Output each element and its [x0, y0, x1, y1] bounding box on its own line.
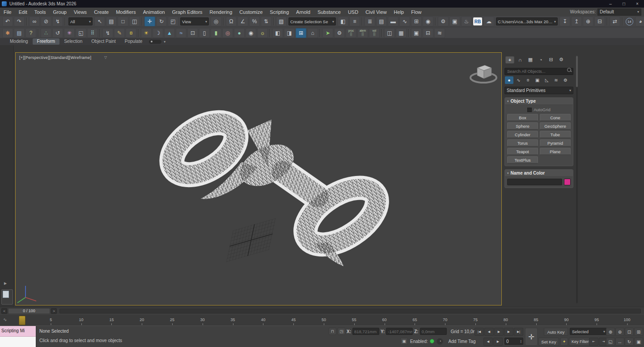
key-step-back-icon[interactable]: ⇤ [589, 338, 598, 346]
y-coordinate-field[interactable]: -1407,087mm [386, 328, 413, 335]
bind-to-space-warp-icon[interactable]: ↯ [52, 17, 63, 26]
window-crossing-toggle-icon[interactable]: ◫ [129, 17, 140, 26]
unlink-selection-icon[interactable]: ⊘ [41, 17, 51, 26]
mirror-icon[interactable]: ◧ [338, 17, 348, 26]
ribbon-tab-object-paint[interactable]: Object Paint [87, 38, 120, 45]
material-editor-icon[interactable]: ◉ [423, 17, 433, 26]
time-slider-handle[interactable] [19, 316, 25, 325]
zoom-all-icon[interactable]: ⊛ [615, 328, 624, 336]
rectangular-selection-region-icon[interactable]: □ [118, 17, 128, 26]
clock-icon[interactable]: ◔ [436, 338, 443, 345]
timeline-tick-70[interactable]: 70 [443, 318, 447, 322]
object-type-cone-button[interactable]: Cone [540, 114, 571, 121]
geometry-category-icon[interactable]: ● [505, 76, 513, 84]
ribbon-tab-modeling[interactable]: Modeling [5, 38, 33, 45]
align-icon[interactable]: ≡ [349, 17, 360, 26]
autogrid-checkbox[interactable] [527, 108, 532, 112]
primitives-dropdown[interactable]: Standard Primitives ▾ [504, 87, 573, 94]
zoom-icon[interactable]: ⊕ [606, 328, 615, 336]
menu-item-group[interactable]: Group [49, 8, 70, 16]
menu-item-scripting[interactable]: Scripting [266, 8, 292, 16]
sphere-icon[interactable]: ● [234, 28, 245, 38]
timeline-tick-10[interactable]: 10 [79, 318, 84, 322]
viewport-label[interactable]: [+][Perspective][Standard][Wireframe] [19, 55, 91, 60]
container-icon[interactable]: ▦ [396, 28, 407, 38]
moon-icon[interactable]: ☽ [153, 28, 163, 38]
key-mode-icon[interactable]: ✦ [560, 338, 568, 346]
timeline-tick-80[interactable]: 80 [504, 318, 508, 322]
animation-toggle-icon[interactable]: ▣ [400, 338, 408, 345]
panel-right-icon[interactable]: ◨ [284, 28, 295, 38]
checklist-icon[interactable]: ▤ [14, 28, 25, 38]
object-type-tube-button[interactable]: Tube [540, 131, 571, 138]
timeline-tick-50[interactable]: 50 [322, 318, 326, 322]
trackbar-left-arrow[interactable]: < [1, 308, 7, 314]
maximize-button[interactable]: □ [617, 0, 631, 8]
note-icon[interactable]: ▯ [199, 28, 210, 38]
curve-editor-icon[interactable]: ∿ [399, 17, 410, 26]
absolute-mode-icon[interactable]: ◳ [338, 328, 345, 335]
name-color-rollout-header[interactable]: ▾ Name and Color [505, 170, 573, 177]
timeline-tick-45[interactable]: 45 [291, 318, 296, 322]
selection-lock-toggle-icon[interactable]: ⊓ [329, 328, 336, 335]
timeline-tick-35[interactable]: 35 [231, 318, 235, 322]
rotate-ring-icon[interactable]: ↺ [52, 28, 63, 38]
systems-category-icon[interactable]: ⚙ [561, 76, 570, 84]
ribbon-tab-selection[interactable]: Selection [59, 38, 87, 45]
scene-converter-icon[interactable]: ⇄ [610, 17, 620, 26]
render-production-icon[interactable]: ♨ [461, 17, 472, 26]
menu-item-modifiers[interactable]: Modifiers [112, 8, 140, 16]
ribbon-tab-populate[interactable]: Populate [120, 38, 147, 45]
sun-light-icon[interactable]: ☀ [141, 28, 152, 38]
lightbulb-icon[interactable]: ¤ [126, 28, 136, 38]
auto-key-button[interactable]: Auto Key [544, 328, 568, 336]
key-selection-dropdown[interactable]: Selected ▾ [570, 328, 607, 335]
search-field[interactable] [504, 67, 573, 74]
object-type-torus-button[interactable]: Torus [507, 139, 538, 146]
redo-icon[interactable]: ↷ [14, 17, 25, 26]
home-icon[interactable]: ⌂ [307, 28, 318, 38]
maxscript-mini-listener[interactable]: Scripting Mi [0, 326, 36, 347]
current-frame-field[interactable]: 0 ▴ ▾ [504, 338, 523, 345]
volume-objects-icon[interactable]: vol⣿ [369, 28, 380, 38]
mini-curve-editor-icon[interactable]: ∿ [3, 317, 7, 322]
cone-icon[interactable]: ▲ [164, 28, 175, 38]
project-folder-dropdown[interactable]: C:\Users\Aca...3ds Max 2026▾ [496, 17, 558, 25]
lights-category-icon[interactable]: ¤ [524, 76, 532, 84]
object-type-textplus-button[interactable]: TextPlus [507, 156, 538, 163]
menu-item-usd[interactable]: USD [344, 8, 362, 16]
render-elements-icon[interactable]: ≋ [434, 28, 445, 38]
spinner-snap-toggle-icon[interactable]: ⇅ [261, 17, 271, 26]
menu-item-file[interactable]: File [0, 8, 15, 16]
menu-item-flow[interactable]: Flow [407, 8, 425, 16]
percent-snap-toggle-icon[interactable]: % [249, 17, 260, 26]
x-coordinate-field[interactable]: 818,721mm [352, 328, 379, 335]
arnold-icon[interactable]: ◕ [635, 17, 644, 26]
ribbon-config-caret-icon[interactable]: ▾ [164, 40, 165, 44]
timeline-tick-95[interactable]: 95 [594, 318, 599, 322]
listener-pane[interactable] [0, 337, 36, 347]
lattice-icon[interactable]: ↯ [102, 28, 113, 38]
help-circle-icon[interactable]: ? [25, 28, 36, 38]
grid-display-toggle-icon[interactable]: ⊞ [296, 28, 306, 38]
save-increment-icon[interactable]: ⊕ [583, 17, 593, 26]
file-link-icon[interactable]: ↥ [571, 17, 582, 26]
close-button[interactable]: × [631, 0, 644, 8]
selection-filter-dropdown[interactable]: All▾ [68, 17, 93, 25]
zoom-extents-all-icon[interactable]: ⊞ [634, 328, 643, 336]
render-in-cloud-icon[interactable]: ☁ [483, 17, 494, 26]
timeline-tick-15[interactable]: 15 [109, 318, 114, 322]
object-type-rollout-header[interactable]: ▾ Object Type [505, 98, 573, 105]
asset-tracking-icon[interactable]: ↧ [559, 17, 570, 26]
trackbar-groove[interactable] [59, 309, 641, 314]
timeline-tick-75[interactable]: 75 [473, 318, 478, 322]
menu-item-tools[interactable]: Tools [31, 8, 50, 16]
z-coordinate-field[interactable]: 0,0mm [420, 328, 447, 335]
ribbon-tab-freeform[interactable]: Freeform [33, 38, 60, 45]
ribbon-minimize-toggle[interactable] [149, 40, 161, 44]
use-pivot-point-center-icon[interactable]: ◎ [211, 17, 221, 26]
menu-item-arnold[interactable]: Arnold [292, 8, 314, 16]
time-slider[interactable]: ∿ 05101520253035404550556065707580859095… [0, 314, 644, 326]
motion-tab[interactable]: ◔ [536, 56, 545, 63]
region-net-icon[interactable]: ◱ [76, 28, 86, 38]
